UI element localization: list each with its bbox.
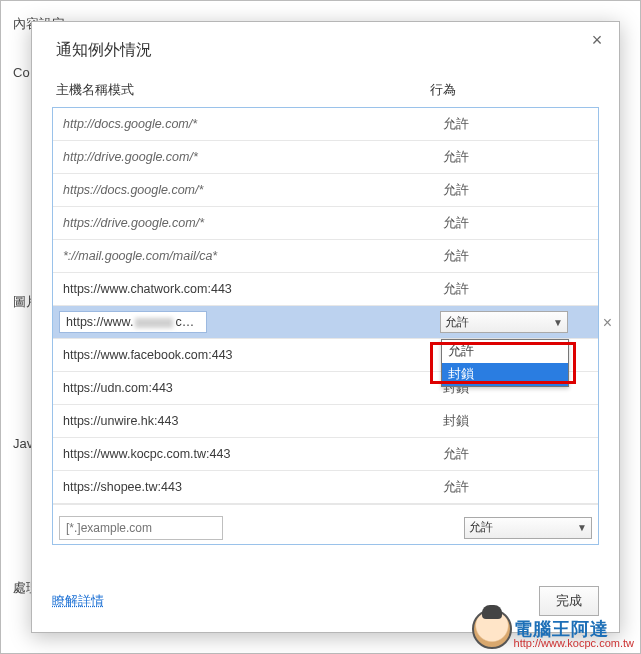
behavior-value: 允許	[443, 248, 568, 265]
behavior-value: 允許	[443, 149, 568, 166]
watermark-url: http://www.kocpc.com.tw	[514, 638, 634, 649]
behavior-value: 允許	[443, 116, 568, 133]
add-row: 允許▼	[53, 504, 598, 544]
avatar-icon	[472, 609, 512, 649]
remove-icon[interactable]: ×	[603, 314, 612, 332]
option-block[interactable]: 封鎖	[442, 363, 568, 386]
bg-cookies: Co	[13, 65, 30, 80]
host-pattern: https://www.chatwork.com:443	[59, 282, 443, 296]
watermark-text: 電腦王阿達	[514, 620, 634, 638]
host-pattern: https://www.kocpc.com.tw:443	[59, 447, 443, 461]
behavior-value: 允許	[443, 215, 568, 232]
table-row-selected[interactable]: https://www.com:4 允許▼ ×	[53, 306, 598, 339]
table-row[interactable]: http://drive.google.com/*允許	[53, 141, 598, 174]
modal-content: 主機名稱模式 行為 http://docs.google.com/*允許 htt…	[32, 75, 619, 545]
chevron-down-icon: ▼	[553, 317, 567, 328]
behavior-value: 允許	[443, 479, 568, 496]
behavior-value: 允許	[443, 281, 568, 298]
exceptions-modal: × 通知例外情況 主機名稱模式 行為 http://docs.google.co…	[31, 21, 620, 633]
table-header: 主機名稱模式 行為	[52, 75, 599, 107]
table-row[interactable]: https://drive.google.com/*允許	[53, 207, 598, 240]
behavior-select[interactable]: 允許▼	[440, 311, 568, 333]
table-row[interactable]: http://docs.google.com/*允許	[53, 108, 598, 141]
table-row[interactable]: https://shopee.tw:443允許	[53, 471, 598, 504]
table-row[interactable]: https://www.chatwork.com:443允許	[53, 273, 598, 306]
host-pattern: https://drive.google.com/*	[59, 216, 443, 230]
table-row[interactable]: https://unwire.hk:443封鎖	[53, 405, 598, 438]
add-behavior-select[interactable]: 允許▼	[464, 517, 592, 539]
blurred-host	[135, 318, 173, 328]
host-pattern: http://drive.google.com/*	[59, 150, 443, 164]
table-row[interactable]: https://www.kocpc.com.tw:443允許	[53, 438, 598, 471]
modal-title: 通知例外情況	[32, 22, 619, 75]
host-pattern: https://udn.com:443	[59, 381, 443, 395]
host-pattern: https://docs.google.com/*	[59, 183, 443, 197]
host-pattern: https://unwire.hk:443	[59, 414, 443, 428]
option-allow[interactable]: 允許	[442, 340, 568, 363]
exceptions-table: http://docs.google.com/*允許 http://drive.…	[52, 107, 599, 545]
watermark: 電腦王阿達 http://www.kocpc.com.tw	[472, 609, 634, 649]
host-input[interactable]: https://www.com:4	[59, 311, 207, 333]
host-pattern: https://shopee.tw:443	[59, 480, 443, 494]
add-host-input[interactable]	[59, 516, 223, 540]
behavior-value: 封鎖	[443, 413, 568, 430]
th-host: 主機名稱模式	[56, 81, 430, 99]
host-pattern: *://mail.google.com/mail/ca*	[59, 249, 443, 263]
behavior-value: 允許	[443, 446, 568, 463]
table-row[interactable]: https://docs.google.com/*允許	[53, 174, 598, 207]
learn-more-link[interactable]: 瞭解詳情	[52, 593, 104, 610]
host-pattern: http://docs.google.com/*	[59, 117, 443, 131]
host-pattern: https://www.facebook.com:443	[59, 348, 443, 362]
behavior-dropdown[interactable]: 允許 封鎖	[441, 339, 569, 387]
close-icon[interactable]: ×	[587, 30, 607, 50]
chevron-down-icon: ▼	[577, 522, 591, 533]
table-row[interactable]: *://mail.google.com/mail/ca*允許	[53, 240, 598, 273]
th-behavior: 行為	[430, 81, 595, 99]
behavior-value: 允許	[443, 182, 568, 199]
